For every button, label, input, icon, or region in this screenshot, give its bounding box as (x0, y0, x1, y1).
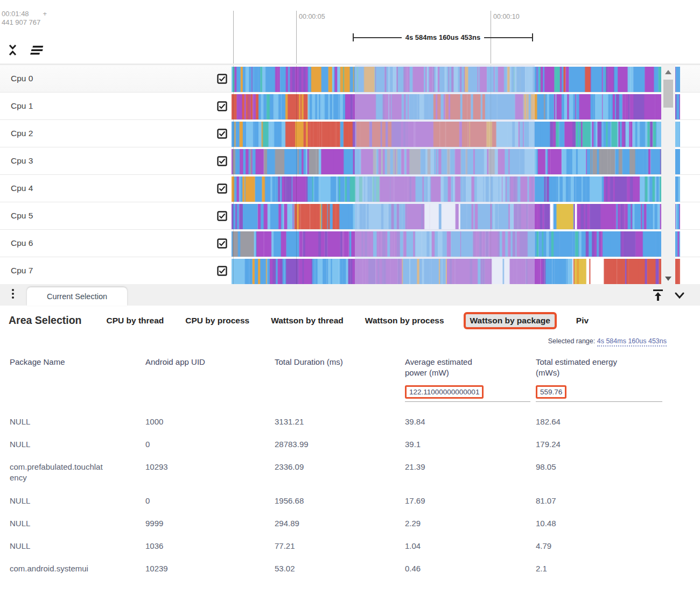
scrollbar-thumb[interactable] (663, 80, 673, 108)
track-row[interactable]: Cpu 1 (0, 93, 700, 120)
table-cell: 17.69 (405, 490, 536, 512)
tab-wattson-by-process[interactable]: Wattson by process (365, 316, 444, 326)
track-row[interactable]: Cpu 0 (0, 65, 700, 93)
time-gridline (296, 11, 297, 63)
table-cell: 53.02 (275, 557, 405, 580)
tab-wattson-by-thread[interactable]: Wattson by thread (271, 316, 344, 326)
track-checkbox[interactable] (217, 74, 227, 84)
track-shell: Cpu 7 (0, 257, 232, 284)
tab-cpu-by-thread[interactable]: CPU by thread (106, 316, 164, 326)
summary-empty (10, 381, 145, 402)
scrollbar-down-arrow[interactable] (665, 277, 671, 281)
track-shell: Cpu 3 (0, 147, 232, 174)
track-shell: Cpu 0 (0, 65, 232, 92)
tab-current-selection[interactable]: Current Selection (27, 287, 127, 306)
scrollbar-up-arrow[interactable] (665, 70, 671, 74)
track-row[interactable]: Cpu 2 (0, 120, 700, 147)
track-checkbox[interactable] (217, 238, 227, 249)
cell-package-name: NULL (10, 512, 109, 535)
selected-range-label: Selected range: (548, 337, 596, 345)
time-tick-label: 00:00:05000 000 000 (299, 12, 325, 21)
track-label: Cpu 7 (11, 266, 33, 275)
cell-package-name: NULL (10, 490, 109, 512)
time-gridline (296, 65, 297, 284)
col-header-total-duration: Total Duration (ms) (275, 349, 405, 381)
track-row[interactable]: Cpu 6 (0, 230, 700, 257)
table-cell: 77.21 (275, 535, 405, 557)
track-row[interactable]: Cpu 7 (0, 257, 700, 284)
col-header-package-name: Package Name (10, 349, 145, 381)
summary-total-energy-cell: 559.76 (536, 381, 662, 402)
table-cell: 81.07 (536, 490, 668, 512)
tab-wattson-by-package[interactable]: Wattson by package (464, 312, 557, 329)
table-cell: 0 (145, 433, 275, 456)
table-cell: 0 (145, 490, 275, 512)
track-shell: Cpu 1 (0, 93, 232, 119)
table-cell: 2336.09 (275, 456, 405, 490)
table-cell: 2.1 (536, 557, 668, 580)
table-cell: 10239 (145, 557, 275, 580)
kebab-menu-icon[interactable] (12, 289, 14, 299)
summary-avg-power-cell: 122.11000000000001 (405, 381, 530, 402)
timeline-header: 00:01:48+441 907 767 00:00:05000 000 000… (0, 0, 700, 63)
selected-range-marker[interactable]: 4s 584ms 160us 453ns (353, 33, 533, 41)
track-checkbox[interactable] (217, 183, 227, 194)
selected-range-row: Selected range: 4s 584ms 160us 453ns (0, 337, 700, 345)
marker-right-tick (532, 33, 533, 41)
track-checkbox[interactable] (217, 156, 227, 166)
cell-package-name: NULL (10, 411, 109, 433)
summary-avg-power-value: 122.11000000000001 (405, 385, 484, 399)
track-label: Cpu 3 (11, 156, 33, 166)
details-panel: Area Selection CPU by threadCPU by proce… (0, 306, 700, 594)
col-header-total-energy: Total estimated energy (mWs) (536, 349, 641, 381)
track-label: Cpu 5 (11, 211, 33, 221)
track-checkbox[interactable] (217, 211, 227, 221)
table-spacer (10, 402, 668, 411)
cursor-nanoseconds: 441 907 767 (2, 18, 40, 26)
table-cell: 1036 (145, 535, 275, 557)
table-cell: 98.05 (536, 456, 668, 490)
cell-package-name: com.prefabulated.touchlatency (10, 456, 109, 490)
track-checkbox[interactable] (217, 266, 227, 276)
table-cell: 179.24 (536, 433, 668, 456)
track-row[interactable]: Cpu 3 (0, 147, 700, 175)
table-cell: 1000 (145, 411, 275, 433)
track-checkbox[interactable] (217, 101, 227, 111)
track-label: Cpu 6 (11, 238, 33, 248)
track-row[interactable]: Cpu 4 (0, 175, 700, 202)
cursor-plus: + (43, 10, 47, 18)
track-checkbox[interactable] (217, 129, 227, 139)
tracks-scrollbar[interactable] (661, 65, 675, 284)
tab-piv[interactable]: Piv (576, 316, 589, 326)
selected-range-value[interactable]: 4s 584ms 160us 453ns (597, 337, 667, 346)
cell-package-name: NULL (10, 433, 109, 456)
table-cell: 3131.21 (275, 411, 405, 433)
time-gridline (233, 11, 234, 63)
table-cell: 10.48 (536, 512, 668, 535)
marker-line (354, 37, 402, 38)
area-selection-overlay[interactable] (355, 65, 535, 284)
sort-icon[interactable] (29, 44, 45, 56)
table-cell: 9999 (145, 512, 275, 535)
summary-empty (275, 381, 405, 402)
chevron-down-icon[interactable] (673, 288, 686, 304)
table-cell: 39.1 (405, 433, 536, 456)
track-shell: Cpu 2 (0, 120, 232, 147)
table-cell: 182.64 (536, 411, 668, 433)
table-cell: 28783.99 (275, 433, 405, 456)
table-cell: 2.29 (405, 512, 536, 535)
unfold-less-icon[interactable] (8, 43, 18, 57)
tab-cpu-by-process[interactable]: CPU by process (185, 316, 249, 326)
col-header-avg-power: Average estimated power (mW) (405, 349, 496, 381)
col-header-android-app-uid: Android app UID (145, 349, 275, 381)
table-cell: 1956.68 (275, 490, 405, 512)
track-label: Cpu 2 (11, 129, 33, 138)
track-shell: Cpu 4 (0, 175, 232, 202)
track-row[interactable]: Cpu 5 (0, 202, 700, 230)
track-label: Cpu 4 (11, 183, 33, 193)
table-cell: 10293 (145, 456, 275, 490)
table-cell: 1.04 (405, 535, 536, 557)
vertical-align-top-icon[interactable] (652, 288, 664, 304)
marker-line (484, 37, 532, 38)
table-cell: 21.39 (405, 456, 536, 490)
